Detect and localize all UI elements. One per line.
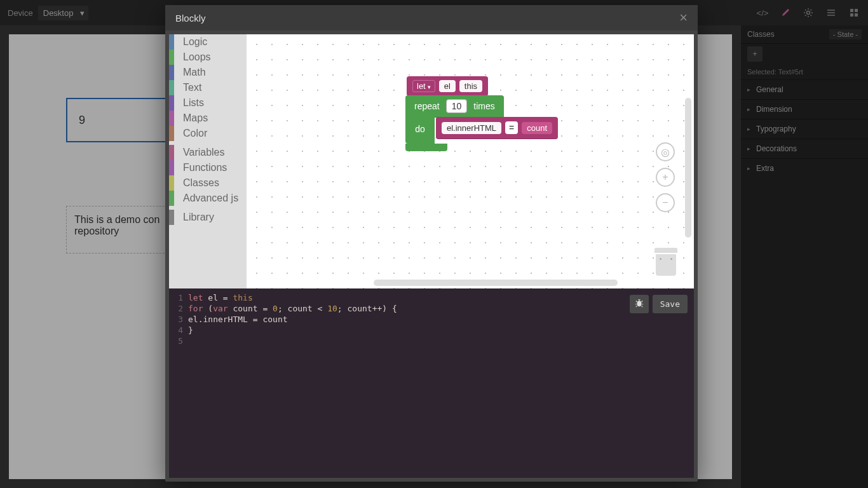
block-repeat[interactable]: repeat 10 times: [405, 95, 504, 117]
toolbox-item-classes[interactable]: Classes: [169, 175, 247, 191]
modal-header: Blockly ×: [165, 5, 698, 30]
toolbox-item-label: Functions: [183, 162, 227, 173]
toolbox-item-text[interactable]: Text: [169, 80, 247, 95]
toolbox-item-functions[interactable]: Functions: [169, 160, 247, 175]
toolbox-item-label: Logic: [183, 36, 207, 47]
blockly-workspace[interactable]: let el this repeat 10 times do el.innerH…: [247, 34, 694, 288]
block-let[interactable]: let el this: [407, 76, 488, 95]
toolbox-item-advanced-js[interactable]: Advanced js: [169, 191, 247, 206]
let-keyword[interactable]: let: [412, 80, 435, 92]
save-button[interactable]: Save: [653, 295, 688, 313]
workspace-scrollbar-vertical[interactable]: [685, 98, 691, 238]
toolbox-item-library[interactable]: Library: [169, 210, 247, 225]
toolbox-stripe: [169, 210, 174, 225]
toolbox-stripe: [169, 126, 174, 141]
toolbox-item-label: Color: [183, 128, 207, 139]
set-value[interactable]: count: [522, 122, 552, 134]
toolbox-item-loops[interactable]: Loops: [169, 50, 247, 65]
let-value[interactable]: this: [459, 80, 482, 92]
code-gutter: 12345: [169, 292, 186, 346]
toolbox-stripe: [169, 160, 174, 175]
toolbox-item-label: Classes: [183, 177, 219, 188]
toolbox-item-variables[interactable]: Variables: [169, 145, 247, 160]
zoom-in-button[interactable]: +: [656, 168, 675, 187]
close-icon[interactable]: ×: [679, 10, 688, 26]
trash-icon[interactable]: [654, 248, 677, 276]
code-area[interactable]: 12345 let el = thisfor (var count = 0; c…: [169, 288, 694, 478]
repeat-count[interactable]: 10: [446, 99, 468, 113]
repeat-do: do: [405, 114, 435, 144]
zoom-out-button[interactable]: −: [656, 193, 675, 212]
toolbox-item-label: Maps: [183, 112, 208, 123]
code-buttons: Save: [630, 295, 688, 313]
toolbox-item-label: Variables: [183, 147, 225, 158]
workspace-scrollbar-horizontal[interactable]: [374, 280, 618, 286]
center-workspace-button[interactable]: ◎: [656, 142, 675, 161]
blockly-area: LogicLoopsMathTextListsMapsColorVariable…: [169, 34, 694, 288]
repeat-keyword: repeat: [410, 101, 444, 111]
toolbox-item-label: Text: [183, 82, 201, 93]
set-target[interactable]: el.innerHTML: [442, 122, 501, 134]
let-var[interactable]: el: [439, 80, 456, 92]
toolbox-item-label: Loops: [183, 51, 211, 62]
toolbox-stripe: [169, 111, 174, 126]
toolbox-item-label: Lists: [183, 97, 204, 108]
svg-point-5: [637, 301, 641, 307]
code-lines: let el = thisfor (var count = 0; count <…: [188, 292, 397, 346]
modal-title: Blockly: [175, 13, 206, 24]
toolbox-stripe: [169, 34, 174, 50]
toolbox-stripe: [169, 80, 174, 95]
toolbox-stripe: [169, 50, 174, 65]
workspace-bg: [247, 34, 694, 288]
toolbox-item-label: Advanced js: [183, 193, 238, 203]
toolbox-item-logic[interactable]: Logic: [169, 34, 247, 50]
repeat-foot: [405, 144, 447, 151]
toolbox-stripe: [169, 95, 174, 111]
blockly-modal: Blockly × LogicLoopsMathTextListsMapsCol…: [165, 5, 698, 482]
toolbox-item-lists[interactable]: Lists: [169, 95, 247, 111]
toolbox-stripe: [169, 145, 174, 160]
toolbox-stripe: [169, 175, 174, 191]
toolbox-stripe: [169, 65, 174, 80]
toolbox-item-color[interactable]: Color: [169, 126, 247, 141]
toolbox-stripe: [169, 191, 174, 206]
block-set[interactable]: el.innerHTML = count: [436, 117, 558, 139]
toolbox-item-math[interactable]: Math: [169, 65, 247, 80]
repeat-times: times: [470, 101, 498, 111]
toolbox-item-label: Math: [183, 67, 206, 78]
toolbox-item-maps[interactable]: Maps: [169, 111, 247, 126]
set-op[interactable]: =: [505, 121, 518, 134]
debug-button[interactable]: [630, 295, 649, 313]
toolbox-item-label: Library: [183, 212, 214, 222]
blockly-toolbox: LogicLoopsMathTextListsMapsColorVariable…: [169, 34, 247, 288]
